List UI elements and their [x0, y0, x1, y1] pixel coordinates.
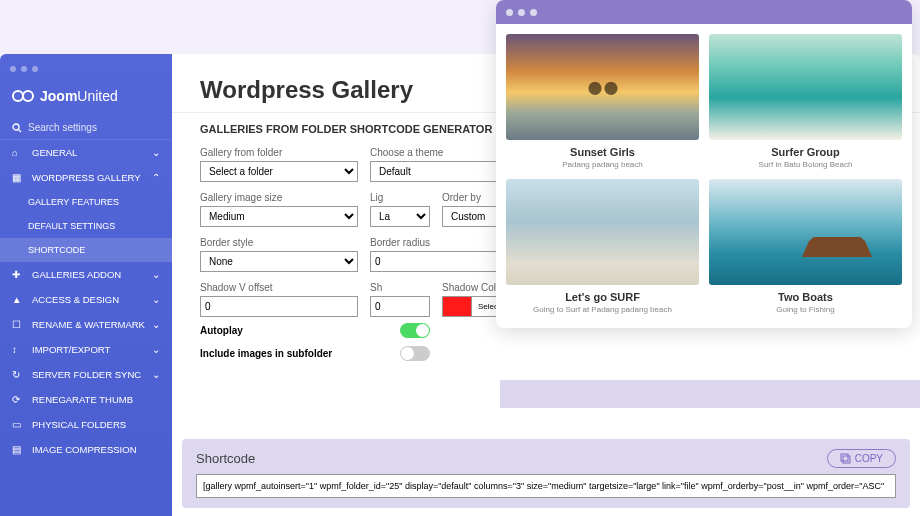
chevron-down-icon: ⌄ — [152, 294, 160, 305]
label-shadow-3: Sh — [370, 282, 430, 293]
gallery-card[interactable]: Surfer Group Surf in Batu Bolong Beach — [709, 34, 902, 173]
card-subtitle: Going to Surf at Padang padang beach — [506, 305, 699, 314]
include-subfolder-row: Include images in subfolder — [172, 342, 920, 365]
svg-point-0 — [13, 91, 23, 101]
border-style-select[interactable]: None — [200, 251, 358, 272]
shortcode-title: Shortcode — [196, 451, 255, 466]
chevron-down-icon: ⌄ — [152, 369, 160, 380]
folder-icon: ▭ — [12, 419, 24, 430]
nav-access-design[interactable]: ▲ACCESS & DESIGN⌄ — [0, 287, 172, 312]
brand-text-b: United — [77, 88, 117, 104]
shortcode-input[interactable] — [196, 474, 896, 498]
gallery-icon: ▦ — [12, 172, 24, 183]
shortcode-box: Shortcode COPY — [182, 439, 910, 508]
watermark-icon: ☐ — [12, 319, 24, 330]
shadow-v-input[interactable] — [200, 296, 358, 317]
gallery-from-folder-select[interactable]: Select a folder — [200, 161, 358, 182]
sync-icon: ↻ — [12, 369, 24, 380]
shadow-3-input[interactable] — [370, 296, 430, 317]
refresh-icon: ⟳ — [12, 394, 24, 405]
nav-gallery-features[interactable]: GALLERY FEATURES — [0, 190, 172, 214]
copy-button[interactable]: COPY — [827, 449, 896, 468]
user-icon: ▲ — [12, 294, 24, 305]
card-subtitle: Surf in Batu Bolong Beach — [709, 160, 902, 169]
brand: JoomUnited — [0, 82, 172, 116]
search-settings[interactable]: Search settings — [0, 116, 172, 140]
shadow-color-swatch[interactable] — [442, 296, 472, 317]
nav-default-settings[interactable]: DEFAULT SETTINGS — [0, 214, 172, 238]
chevron-up-icon: ⌃ — [152, 172, 160, 183]
card-title: Let's go SURF — [506, 291, 699, 303]
gallery-image — [506, 34, 699, 140]
svg-point-2 — [13, 124, 19, 130]
autoplay-label: Autoplay — [200, 325, 400, 336]
nav-rename-watermark[interactable]: ☐RENAME & WATERMARK⌄ — [0, 312, 172, 337]
nav-server-sync[interactable]: ↻SERVER FOLDER SYNC⌄ — [0, 362, 172, 387]
brand-text-a: Joom — [40, 88, 77, 104]
chevron-down-icon: ⌄ — [152, 319, 160, 330]
card-subtitle: Going to Fishing — [709, 305, 902, 314]
lightbox-select[interactable]: La — [370, 206, 430, 227]
autoplay-toggle[interactable] — [400, 323, 430, 338]
svg-point-1 — [23, 91, 33, 101]
copy-icon — [840, 453, 851, 464]
nav-wordpress-gallery[interactable]: ▦WORDPRESS GALLERY⌃ — [0, 165, 172, 190]
include-subfolder-label: Include images in subfolder — [200, 348, 400, 359]
label-gallery-from: Gallery from folder — [200, 147, 358, 158]
svg-line-3 — [19, 129, 22, 132]
label-lightbox: Lig — [370, 192, 430, 203]
nav-regenerate-thumb[interactable]: ⟳RENEGARATE THUMB — [0, 387, 172, 412]
nav-physical-folders[interactable]: ▭PHYSICAL FOLDERS — [0, 412, 172, 437]
image-size-select[interactable]: Medium — [200, 206, 358, 227]
chevron-down-icon: ⌄ — [152, 269, 160, 280]
nav-import-export[interactable]: ↕IMPORT/EXPORT⌄ — [0, 337, 172, 362]
home-icon: ⌂ — [12, 147, 24, 158]
gallery-image — [709, 179, 902, 285]
nav-image-compression[interactable]: ▤IMAGE COMPRESSION — [0, 437, 172, 462]
include-subfolder-toggle[interactable] — [400, 346, 430, 361]
label-shadow-v: Shadow V offset — [200, 282, 358, 293]
chevron-down-icon: ⌄ — [152, 344, 160, 355]
window-dots — [0, 54, 172, 82]
preview-window: Sunset Girls Padang padang beach Surfer … — [496, 0, 912, 328]
import-icon: ↕ — [12, 344, 24, 355]
gallery-image — [709, 34, 902, 140]
addon-icon: ✚ — [12, 269, 24, 280]
svg-rect-4 — [841, 454, 848, 461]
nav-galleries-addon[interactable]: ✚GALLERIES ADDON⌄ — [0, 262, 172, 287]
card-subtitle: Padang padang beach — [506, 160, 699, 169]
chevron-down-icon: ⌄ — [152, 147, 160, 158]
search-icon — [12, 123, 22, 133]
label-border-style: Border style — [200, 237, 358, 248]
svg-rect-5 — [843, 456, 850, 463]
gallery-card[interactable]: Let's go SURF Going to Surf at Padang pa… — [506, 179, 699, 318]
nav-general[interactable]: ⌂GENERAL⌄ — [0, 140, 172, 165]
nav-shortcode[interactable]: SHORTCODE — [0, 238, 172, 262]
compress-icon: ▤ — [12, 444, 24, 455]
label-img-size: Gallery image size — [200, 192, 358, 203]
gallery-card[interactable]: Sunset Girls Padang padang beach — [506, 34, 699, 173]
card-title: Surfer Group — [709, 146, 902, 158]
gallery-card[interactable]: Two Boats Going to Fishing — [709, 179, 902, 318]
card-title: Sunset Girls — [506, 146, 699, 158]
card-title: Two Boats — [709, 291, 902, 303]
sidebar: JoomUnited Search settings ⌂GENERAL⌄ ▦WO… — [0, 54, 172, 516]
gallery-image — [506, 179, 699, 285]
preview-titlebar — [496, 0, 912, 24]
